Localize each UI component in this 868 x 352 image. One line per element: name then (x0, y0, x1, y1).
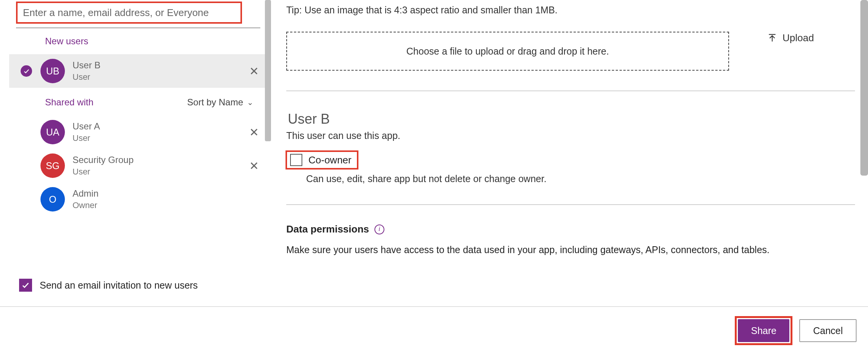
upload-icon (767, 33, 777, 43)
coowner-label: Co-owner (308, 154, 352, 166)
user-name: Admin (73, 188, 98, 199)
section-divider (286, 204, 855, 205)
new-users-list: UB User B User ✕ (9, 54, 265, 88)
info-icon[interactable] (374, 224, 384, 234)
remove-user-icon[interactable]: ✕ (249, 65, 259, 78)
avatar: SG (40, 153, 65, 178)
coowner-highlight: Co-owner (286, 150, 358, 170)
coowner-description: Can use, edit, share app but not delete … (306, 173, 859, 184)
avatar: UB (40, 59, 65, 83)
search-underline (16, 27, 260, 28)
avatar: O (40, 187, 65, 212)
shared-users-list: UA User A User ✕ SG Security Group User … (9, 115, 265, 216)
share-button-highlight: Share (735, 316, 792, 345)
people-search-input[interactable] (18, 3, 240, 22)
user-row[interactable]: UB User B User ✕ (9, 54, 265, 88)
left-scrollbar[interactable] (265, 0, 271, 141)
sort-by-dropdown[interactable]: Sort by Name ⌄ (187, 97, 253, 108)
sort-label: Sort by Name (187, 97, 243, 108)
shared-with-heading: Shared with (45, 97, 94, 108)
remove-user-icon[interactable]: ✕ (249, 159, 259, 173)
chevron-down-icon: ⌄ (247, 98, 253, 107)
coowner-option: Co-owner (286, 150, 859, 170)
upload-dropzone[interactable]: Choose a file to upload or drag and drop… (286, 32, 729, 71)
user-name: User B (73, 60, 100, 71)
email-invite-label: Send an email invitation to new users (40, 280, 198, 291)
email-invite-option[interactable]: Send an email invitation to new users (19, 279, 198, 292)
user-name: Security Group (73, 155, 134, 165)
cancel-button[interactable]: Cancel (799, 319, 857, 342)
right-scrollbar[interactable] (860, 0, 868, 176)
dialog-footer: Share Cancel (735, 316, 857, 345)
user-role: User (73, 72, 100, 82)
selected-user-subtitle: This user can use this app. (286, 130, 859, 141)
user-row[interactable]: O Admin Owner (9, 182, 265, 216)
footer-divider (0, 306, 868, 307)
data-permissions-body: Make sure your users have access to the … (286, 244, 859, 255)
user-role: User (73, 133, 100, 143)
user-role: User (73, 167, 134, 177)
checkbox-checked-icon[interactable] (19, 279, 32, 292)
user-row[interactable]: SG Security Group User ✕ (9, 149, 265, 182)
new-users-heading: New users (45, 36, 265, 47)
remove-user-icon[interactable]: ✕ (249, 126, 259, 139)
user-name: User A (73, 121, 100, 132)
shared-with-header: Shared with Sort by Name ⌄ (45, 97, 265, 108)
upload-label: Upload (782, 32, 814, 44)
section-divider (286, 90, 855, 91)
share-button[interactable]: Share (738, 319, 789, 342)
search-field-highlight (16, 2, 242, 24)
image-tip-text: Tip: Use an image that is 4:3 aspect rat… (286, 5, 859, 16)
selected-check-icon (21, 65, 32, 77)
detail-panel: Tip: Use an image that is 4:3 aspect rat… (282, 0, 859, 255)
selected-user-title: User B (288, 111, 859, 127)
upload-button[interactable]: Upload (767, 32, 814, 44)
share-people-panel: New users UB User B User ✕ Shared with S… (9, 0, 265, 306)
avatar: UA (40, 120, 65, 144)
coowner-checkbox[interactable] (290, 154, 302, 166)
user-row[interactable]: UA User A User ✕ (9, 115, 265, 149)
data-permissions-heading: Data permissions (286, 223, 369, 235)
dropzone-label: Choose a file to upload or drag and drop… (407, 46, 609, 57)
user-role: Owner (73, 200, 98, 210)
